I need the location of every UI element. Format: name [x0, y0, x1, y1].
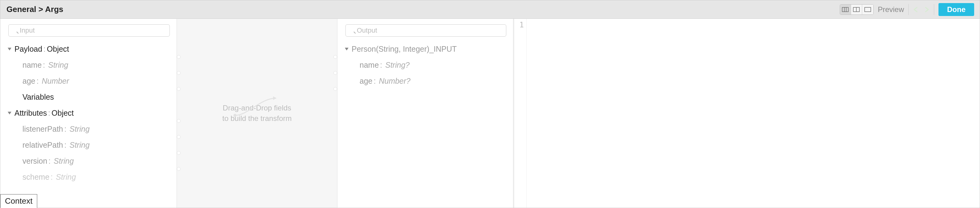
input-panel: Payload : Object name : String age : Num…: [0, 19, 177, 208]
field-type: String: [56, 172, 76, 181]
field-type: Number?: [379, 76, 410, 86]
field-name: relativePath: [22, 140, 63, 149]
field-type: String: [70, 140, 89, 149]
input-attr-listenerpath[interactable]: listenerPath : String: [0, 121, 177, 137]
field-type: Number: [42, 76, 69, 86]
chevron-down-icon: [345, 48, 348, 51]
field-type: String: [70, 124, 89, 133]
output-panel: Person(String, Integer)_INPUT name : Str…: [337, 19, 513, 208]
port-dot[interactable]: [333, 71, 337, 75]
done-button[interactable]: Done: [939, 3, 974, 16]
search-icon: [345, 24, 506, 37]
field-type: String: [54, 156, 74, 165]
output-ports: [333, 19, 337, 208]
view-single-pane-button[interactable]: [862, 5, 873, 14]
tree-type-label: Object: [47, 44, 69, 54]
input-search-field[interactable]: [8, 24, 170, 37]
port-dot[interactable]: [177, 71, 181, 75]
output-tree: Person(String, Integer)_INPUT name : Str…: [337, 40, 513, 208]
view-three-pane-button[interactable]: [840, 5, 851, 14]
svg-rect-0: [842, 7, 848, 12]
field-name: name: [22, 60, 42, 70]
input-attributes-node[interactable]: Attributes : Object: [0, 105, 177, 121]
tree-type-label: Object: [52, 108, 74, 117]
port-dot[interactable]: [333, 87, 337, 91]
input-field-name[interactable]: name : String: [0, 57, 177, 73]
line-gutter: 1: [514, 19, 527, 208]
output-field-age[interactable]: age : Number?: [337, 73, 513, 89]
input-variables-node[interactable]: Variables: [0, 89, 177, 105]
mapping-panel[interactable]: Drag-and-Drop fields to build the transf…: [177, 19, 337, 208]
port-dot[interactable]: [177, 167, 181, 171]
preview-label[interactable]: Preview: [878, 5, 904, 14]
nav-arrow-group: [908, 4, 934, 15]
input-attr-relativepath[interactable]: relativePath : String: [0, 137, 177, 153]
context-tab[interactable]: Context: [0, 194, 37, 208]
line-number: 1: [514, 21, 524, 29]
tree-label: Attributes: [14, 108, 47, 117]
field-name: listenerPath: [22, 124, 63, 133]
view-two-pane-button[interactable]: [851, 5, 862, 14]
field-type: String?: [385, 60, 410, 70]
input-tree: Payload : Object name : String age : Num…: [0, 40, 177, 208]
field-name: age: [360, 76, 372, 86]
svg-point-6: [234, 114, 237, 117]
main-area: Payload : Object name : String age : Num…: [0, 19, 980, 208]
tree-label: Variables: [22, 92, 54, 102]
field-name: age: [22, 76, 35, 86]
single-pane-icon: [864, 7, 871, 12]
type-separator: :: [43, 44, 46, 54]
field-name: name: [360, 60, 379, 70]
input-ports: [177, 19, 181, 208]
mapping-curve-icon: [232, 94, 282, 119]
chevron-down-icon: [8, 112, 11, 114]
port-dot[interactable]: [177, 87, 181, 91]
arrow-prev-icon: [913, 6, 920, 13]
tree-label: Person(String, Integer)_INPUT: [352, 44, 457, 54]
input-payload-node[interactable]: Payload : Object: [0, 41, 177, 57]
next-arrow-button[interactable]: [922, 5, 931, 14]
code-area[interactable]: [527, 19, 980, 208]
port-dot[interactable]: [177, 119, 181, 123]
transform-editor: General > Args Preview: [0, 0, 980, 208]
svg-rect-5: [865, 7, 871, 12]
tree-label: Payload: [14, 44, 42, 54]
header-toolbar: General > Args Preview: [0, 0, 980, 19]
port-dot[interactable]: [177, 135, 181, 139]
output-field-name[interactable]: name : String?: [337, 57, 513, 73]
code-editor-panel: 1: [513, 19, 980, 208]
arrow-next-icon: [923, 6, 930, 13]
view-toggle-group: [840, 4, 873, 15]
field-name: scheme: [22, 172, 49, 181]
header-actions: Preview Done: [840, 3, 974, 16]
output-root-node[interactable]: Person(String, Integer)_INPUT: [337, 41, 513, 57]
port-dot[interactable]: [333, 55, 337, 59]
search-icon: [8, 24, 170, 37]
field-name: version: [22, 156, 48, 165]
input-field-age[interactable]: age : Number: [0, 73, 177, 89]
output-search-field[interactable]: [345, 24, 506, 37]
port-dot[interactable]: [177, 151, 181, 155]
chevron-down-icon: [8, 48, 11, 51]
field-type: String: [48, 60, 68, 70]
port-dot[interactable]: [177, 55, 181, 59]
input-attr-version[interactable]: version : String: [0, 153, 177, 169]
three-pane-icon: [842, 7, 849, 12]
prev-arrow-button[interactable]: [912, 5, 920, 14]
input-attr-scheme[interactable]: scheme : String: [0, 169, 177, 185]
two-pane-icon: [853, 7, 860, 12]
breadcrumb: General > Args: [6, 5, 64, 14]
